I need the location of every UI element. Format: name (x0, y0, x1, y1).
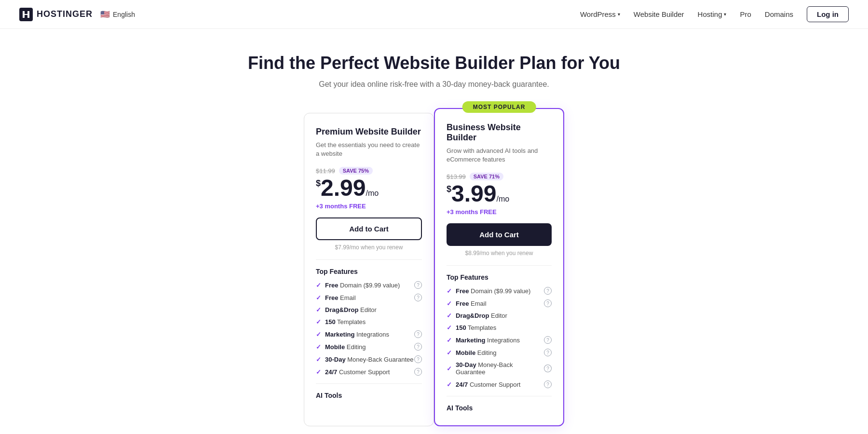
price-amount: 3.99 (451, 181, 496, 206)
price-amount: 2.99 (321, 175, 366, 201)
feature-left: ✓ 24/7 Customer Support (447, 381, 520, 388)
check-icon: ✓ (316, 368, 321, 376)
feature-left: ✓ Mobile Editing (316, 343, 366, 351)
feature-left: ✓ Drag&Drop Editor (316, 306, 377, 313)
check-icon: ✓ (447, 324, 452, 331)
check-icon: ✓ (316, 306, 321, 313)
save-badge: SAVE 71% (470, 173, 503, 180)
add-to-cart-button[interactable]: Add to Cart (316, 217, 422, 240)
feature-item: ✓ 150 Templates (316, 318, 422, 326)
login-button[interactable]: Log in (807, 6, 849, 22)
chevron-down-icon: ▾ (618, 12, 620, 17)
info-icon[interactable]: ? (544, 287, 552, 295)
nav-item-wordpress[interactable]: WordPress ▾ (580, 10, 620, 18)
feature-item: ✓ 30-Day Money-Back Guarantee ? (447, 361, 552, 376)
chevron-down-icon-hosting: ▾ (724, 12, 726, 17)
check-icon: ✓ (316, 331, 321, 338)
feature-item: ✓ Mobile Editing ? (316, 343, 422, 351)
feature-text: Marketing Integrations (325, 331, 389, 338)
divider (447, 265, 552, 266)
feature-left: ✓ 30-Day Money-Back Guarantee (447, 361, 544, 376)
feature-left: ✓ Drag&Drop Editor (447, 312, 507, 319)
navbar: HOSTINGER 🇺🇸 English WordPress ▾ Website… (0, 0, 868, 29)
feature-item: ✓ Free Email ? (447, 299, 552, 307)
feature-text: 24/7 Customer Support (325, 368, 390, 376)
feature-left: ✓ Marketing Integrations (316, 331, 389, 338)
plan-description: Get the essentials you need to create a … (316, 141, 422, 158)
check-icon: ✓ (447, 337, 452, 344)
nav-item-domains[interactable]: Domains (765, 10, 793, 18)
info-icon[interactable]: ? (544, 365, 552, 372)
info-icon[interactable]: ? (414, 294, 422, 301)
check-icon: ✓ (447, 300, 452, 307)
feature-left: ✓ 30-Day Money-Back Guarantee (316, 356, 414, 363)
logo[interactable]: HOSTINGER (19, 8, 93, 21)
nav-item-website-builder[interactable]: Website Builder (634, 10, 684, 18)
original-price: $13.99 (447, 173, 466, 180)
price-main: $2.99/mo (316, 176, 422, 200)
feature-text: Marketing Integrations (456, 337, 520, 344)
plan-card-business: MOST POPULAR Business Website Builder Gr… (434, 108, 564, 426)
info-icon[interactable]: ? (544, 299, 552, 307)
price-main: $3.99/mo (447, 182, 552, 205)
info-icon[interactable]: ? (414, 355, 422, 363)
info-icon[interactable]: ? (414, 368, 422, 376)
price-row: $13.99 SAVE 71% (447, 173, 552, 180)
logo-text: HOSTINGER (37, 9, 93, 19)
feature-item: ✓ Marketing Integrations ? (447, 336, 552, 344)
price-currency: $ (316, 178, 321, 188)
info-icon[interactable]: ? (414, 281, 422, 289)
nav-label-wordpress: WordPress (580, 10, 616, 18)
check-icon: ✓ (447, 381, 452, 388)
nav-item-pro[interactable]: Pro (740, 10, 751, 18)
info-icon[interactable]: ? (544, 349, 552, 356)
feature-text: 24/7 Customer Support (456, 381, 520, 388)
renew-note: $8.99/mo when you renew (447, 250, 552, 257)
feature-text: Mobile Editing (456, 349, 497, 356)
plan-card-premium: Premium Website Builder Get the essentia… (304, 113, 434, 426)
logo-icon (19, 8, 33, 21)
feature-left: ✓ Marketing Integrations (447, 337, 520, 344)
divider (316, 259, 422, 260)
info-icon[interactable]: ? (414, 343, 422, 351)
feature-text: Free Email (325, 294, 356, 301)
check-icon: ✓ (447, 349, 452, 356)
feature-item: ✓ Drag&Drop Editor (447, 312, 552, 319)
plan-name: Business Website Builder (447, 122, 552, 143)
price-period: /mo (496, 195, 509, 203)
feature-text: 30-Day Money-Back Guarantee (456, 361, 544, 376)
check-icon: ✓ (316, 343, 321, 351)
feature-left: ✓ Free Domain ($9.99 value) (447, 287, 530, 295)
ai-tools-title: AI Tools (447, 404, 552, 412)
feature-left: ✓ Free Email (316, 294, 356, 301)
save-badge: SAVE 75% (339, 167, 373, 175)
info-icon[interactable]: ? (544, 380, 552, 388)
check-icon: ✓ (316, 294, 321, 301)
feature-item: ✓ Free Domain ($9.99 value) ? (316, 281, 422, 289)
nav-right: WordPress ▾ Website Builder Hosting ▾ Pr… (580, 6, 849, 22)
nav-label-website-builder: Website Builder (634, 10, 684, 18)
nav-label-hosting: Hosting (698, 10, 722, 18)
feature-item: ✓ 150 Templates (447, 324, 552, 331)
feature-left: ✓ 150 Templates (447, 324, 496, 331)
original-price: $11.99 (316, 167, 335, 175)
nav-label-pro: Pro (740, 10, 751, 18)
plan-description: Grow with advanced AI tools and eCommerc… (447, 147, 552, 164)
free-months: +3 months FREE (447, 208, 552, 216)
feature-left: ✓ Free Domain ($9.99 value) (316, 282, 400, 289)
renew-note: $7.99/mo when you renew (316, 244, 422, 251)
check-icon: ✓ (447, 287, 452, 295)
info-icon[interactable]: ? (414, 330, 422, 338)
language-selector[interactable]: 🇺🇸 English (100, 10, 135, 19)
divider-ai (316, 383, 422, 384)
info-icon[interactable]: ? (544, 336, 552, 344)
nav-label-domains: Domains (765, 10, 793, 18)
add-to-cart-button[interactable]: Add to Cart (447, 223, 552, 246)
plan-name: Premium Website Builder (316, 127, 422, 137)
nav-item-hosting[interactable]: Hosting ▾ (698, 10, 727, 18)
feature-text: Free Email (456, 300, 487, 307)
features-title: Top Features (447, 273, 552, 281)
check-icon: ✓ (316, 282, 321, 289)
plans-container: Premium Website Builder Get the essentia… (0, 103, 868, 434)
feature-text: Drag&Drop Editor (325, 306, 377, 313)
